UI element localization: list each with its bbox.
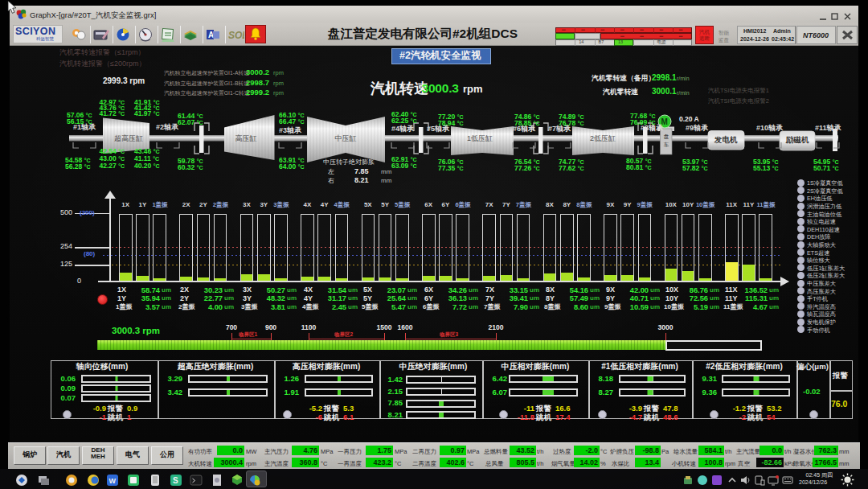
svg-text:W: W	[108, 477, 116, 485]
svg-text:S: S	[173, 476, 178, 485]
